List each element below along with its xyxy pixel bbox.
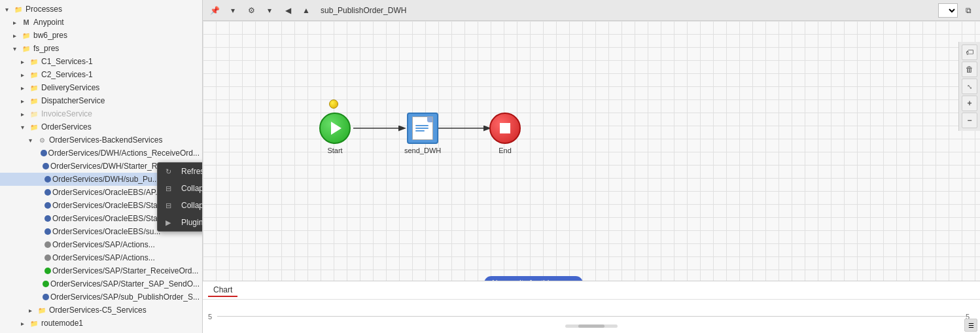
chart-body: 5 5 ☰ — [203, 300, 980, 333]
tree-arrow-processes: ▾ — [5, 6, 13, 13]
tree-label-os-dwh-actions: OrderServices/DWH/Actions_ReceiveOrd... — [48, 149, 200, 158]
chart-y-label-left: 5 — [208, 313, 212, 321]
tree-label-os-oracle-sta2: OrderServices/OracleEBS/Sta... — [52, 214, 164, 223]
leaf-icon-os-sap-starter-sap — [43, 281, 49, 287]
tree-label-invoice: InvoiceService — [41, 109, 92, 118]
tree-arrow-c1: ▸ — [21, 58, 29, 65]
leaf-icon-os-sap-actions2 — [44, 254, 51, 261]
tree-label-dispatcher: DispatcherService — [41, 96, 105, 105]
tree-label-os-sap-starter-recv: OrderServices/SAP/Starter_ReceiveOrd... — [52, 266, 198, 275]
tree-item-anypoint[interactable]: ▸ M Anypoint — [0, 16, 202, 29]
chart-scroll-btn[interactable]: ☰ — [964, 319, 977, 332]
leaf-icon-os-sap-sub-pub — [43, 294, 49, 300]
tag-btn[interactable]: 🏷 — [962, 44, 977, 60]
start-node[interactable]: Start — [319, 113, 351, 154]
tree-label-fspres: fs_pres — [33, 44, 59, 53]
send-dwh-label: send_DWH — [404, 147, 441, 154]
tree-item-fspres[interactable]: ▾ 📁 fs_pres — [0, 42, 202, 55]
tree-label-os-sap-starter-sap: OrderServices/SAP/Starter_SAP_SendO... — [50, 279, 200, 289]
tree-item-os-sap-starter-recv[interactable]: OrderServices/SAP/Starter_ReceiveOrd... — [0, 264, 202, 277]
zoom-in-btn[interactable]: + — [962, 96, 977, 111]
folder-icon-invoice: 📁 — [29, 109, 39, 119]
tree-label-backend: OrderServices-BackendServices — [49, 135, 162, 145]
leaf-icon-os-oracle-sta1 — [44, 202, 51, 209]
zoom-out-btn[interactable]: − — [962, 113, 977, 128]
folder-icon-delivery: 📁 — [29, 82, 39, 93]
context-menu-refresh[interactable]: ↻ Refresh node — [158, 163, 203, 180]
chart-tab[interactable]: Chart — [208, 284, 237, 297]
delete-btn[interactable]: 🗑 — [962, 61, 977, 77]
context-menu-collapse-node[interactable]: ⊟ Collapse node — [158, 197, 203, 214]
toolbar-up-btn[interactable]: ▲ — [298, 3, 314, 18]
tree-arrow-dispatcher: ▸ — [21, 97, 29, 105]
toolbar-pin-btn[interactable]: 📌 — [207, 3, 222, 18]
tree-arrow-c5: ▸ — [29, 307, 37, 314]
collapse-node-icon: ⊟ — [166, 202, 176, 210]
toolbar-expand-btn[interactable]: ⧉ — [960, 3, 976, 18]
tree-arrow-fspres: ▾ — [13, 45, 21, 52]
right-panel: 📌 ▾ ⚙ ▾ ◀ ▲ sub_PublishOrder_DWH ⧉ Start — [203, 0, 980, 333]
paper-lines-icon — [415, 125, 429, 133]
send-dwh-node[interactable]: send_DWH — [404, 113, 441, 154]
play-icon — [331, 122, 341, 135]
tree-label-bw6pres: bw6_pres — [33, 31, 67, 40]
context-menu: ↻ Refresh node ⊟ Collapse all ⊟ Collapse… — [157, 162, 203, 232]
end-node-circle — [489, 113, 521, 144]
tree-item-os-dwh-actions[interactable]: OrderServices/DWH/Actions_ReceiveOrd... — [0, 147, 202, 160]
tree-root-processes[interactable]: ▾ 📁 Processes — [0, 3, 202, 16]
service-node-box — [407, 113, 438, 144]
tree-item-invoice[interactable]: ▸ 📁 InvoiceService — [0, 107, 202, 120]
tree-item-order-c5[interactable]: ▸ 📁 OrderServices-C5_Services — [0, 304, 202, 317]
refresh-icon: ↻ — [166, 167, 176, 176]
tree-item-os-sap-starter-sap[interactable]: OrderServices/SAP/Starter_SAP_SendO... — [0, 277, 202, 290]
tree-item-c1services[interactable]: ▸ 📁 C1_Services-1 — [0, 55, 202, 68]
toolbar-dropdown-btn[interactable]: ▾ — [225, 3, 241, 18]
toolbar-back-btn[interactable]: ◀ — [280, 3, 296, 18]
tree-item-order-backend[interactable]: ▾ ⚙ OrderServices-BackendServices — [0, 133, 202, 147]
plugin-replay-icon: ▶ — [166, 219, 176, 227]
leaf-icon-os-sap-starter-recv — [44, 268, 51, 274]
leaf-icon-os-dwh-starter — [43, 163, 49, 169]
end-node[interactable]: End — [489, 113, 521, 154]
tree-item-os-sap-sub-pub[interactable]: OrderServices/SAP/sub_PublishOrder_S... — [0, 290, 202, 304]
tree-item-bw6pres[interactable]: ▸ 📁 bw6_pres — [0, 29, 202, 42]
tree-item-dispatcher[interactable]: ▸ 📁 DispatcherService — [0, 94, 202, 107]
tree-label-os-sap-sub-pub: OrderServices/SAP/sub_PublishOrder_S... — [50, 292, 200, 302]
tree-label-os-sap-actions: OrderServices/SAP/Actions... — [52, 240, 155, 249]
diagram-canvas[interactable]: Start — [203, 21, 980, 281]
fit-btn[interactable]: ⤡ — [962, 79, 977, 94]
tree-arrow-backend: ▾ — [29, 137, 37, 144]
leaf-icon-os-dwh-sub — [44, 176, 51, 183]
tree-label-os-oracle-su: OrderServices/OracleEBS/su... — [52, 227, 160, 236]
tree-item-delivery[interactable]: ▸ 📁 DeliveryServices — [0, 81, 202, 94]
tree-item-orderservices[interactable]: ▾ 📁 OrderServices — [0, 120, 202, 133]
tree-item-os-sap-actions[interactable]: OrderServices/SAP/Actions... — [0, 238, 202, 251]
folder-icon-c2: 📁 — [29, 69, 39, 80]
start-node-circle — [319, 113, 351, 144]
folder-icon-fs: 📁 — [21, 43, 31, 54]
folder-icon: 📁 — [13, 4, 24, 14]
tree-item-os-sap-actions2[interactable]: OrderServices/SAP/Actions... — [0, 251, 202, 264]
tree-item-routemode1[interactable]: ▸ 📁 routemode1 — [0, 317, 202, 330]
folder-icon-order: 📁 — [29, 122, 39, 132]
end-node-label: End — [499, 147, 512, 154]
tree-arrow-invoice: ▸ — [21, 111, 29, 118]
tree-label-os-dwh-sub: OrderServices/DWH/sub_Pu... — [52, 175, 159, 184]
tree-label-delivery: DeliveryServices — [41, 83, 99, 92]
no-results-tooltip: No results for this query — [484, 276, 583, 281]
left-panel: ▾ 📁 Processes ▸ M Anypoint ▸ 📁 bw6_pres … — [0, 0, 203, 333]
toolbar-gear-dropdown-btn[interactable]: ▾ — [262, 3, 277, 18]
context-menu-collapse-all[interactable]: ⊟ Collapse all — [158, 180, 203, 197]
folder-icon-c1: 📁 — [29, 56, 39, 67]
tree-item-routemode2[interactable]: ▸ 📁 routemode2 — [0, 330, 202, 333]
toolbar-gear-btn[interactable]: ⚙ — [243, 3, 259, 18]
bottom-chart-area: Chart 5 5 ☰ — [203, 281, 980, 333]
context-menu-plugin-replay[interactable]: ▶ Plugin for Replay ▶ ● Start Recording … — [158, 214, 203, 231]
tree-label-os-sap-actions2: OrderServices/SAP/Actions... — [52, 253, 155, 262]
tree-label-order: OrderServices — [41, 122, 92, 131]
tree-arrow-bw6pres: ▸ — [13, 32, 21, 39]
tree-item-c2services[interactable]: ▸ 📁 C2_Services-1 — [0, 68, 202, 81]
chart-scrollbar[interactable] — [565, 324, 618, 328]
toolbar-view-select[interactable] — [938, 3, 958, 18]
folder-icon-routemode1: 📁 — [29, 318, 39, 328]
